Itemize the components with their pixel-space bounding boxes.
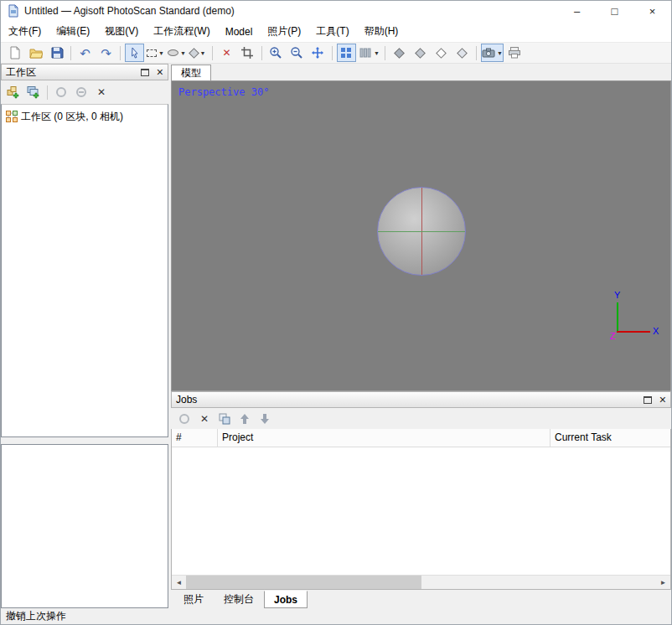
menu-tools[interactable]: 工具(T)	[308, 21, 356, 42]
jobs-table-header: # Project Current Task	[172, 429, 670, 447]
scroll-right-icon[interactable]: ►	[656, 576, 670, 589]
enable-circle-icon	[56, 87, 66, 97]
workspace-panel-header: 工作区 ×	[1, 64, 168, 80]
move-job-up-button[interactable]	[235, 410, 255, 428]
add-chunk-button[interactable]	[3, 83, 23, 101]
arrow-down-icon	[258, 412, 271, 426]
crop-button[interactable]	[238, 44, 257, 62]
add-photos-icon	[27, 85, 40, 99]
disable-item-button[interactable]	[71, 83, 91, 101]
right-column: 模型 Perspective 30° Y X Z Jobs	[171, 64, 671, 608]
undo-button[interactable]: ↶	[75, 44, 95, 62]
menu-help[interactable]: 帮助(H)	[357, 21, 406, 42]
pan-view-button[interactable]	[308, 44, 328, 62]
wireframe-view-button[interactable]	[432, 44, 451, 62]
pause-job-button[interactable]	[174, 410, 194, 428]
float-panel-icon[interactable]	[644, 396, 652, 404]
delete-job-button[interactable]: ✕	[194, 410, 215, 428]
column-header-project[interactable]: Project	[218, 429, 551, 447]
scroll-left-icon[interactable]: ◄	[172, 576, 186, 589]
app-window: Untitled — Agisoft PhotoScan Standard (d…	[0, 0, 672, 625]
column-header-current-task[interactable]: Current Task	[551, 429, 670, 447]
workspace-root-item[interactable]: 工作区 (0 区块, 0 相机)	[3, 108, 166, 125]
remove-icon: ✕	[97, 87, 106, 97]
float-panel-icon[interactable]	[141, 69, 149, 76]
textured-view-button[interactable]	[452, 44, 472, 62]
toolbar-separator	[120, 46, 121, 60]
detail-view-icon	[359, 46, 372, 59]
model-viewport[interactable]: Perspective 30° Y X Z	[171, 80, 671, 391]
zoom-out-button[interactable]	[287, 44, 307, 62]
solid-view-icon	[415, 48, 426, 59]
redo-button[interactable]: ↷	[96, 44, 116, 62]
toolbar-separator	[47, 85, 48, 100]
show-cameras-button[interactable]: ▼	[481, 44, 504, 62]
solid-view-button[interactable]	[411, 44, 430, 62]
trackball-sphere	[377, 187, 466, 276]
photoscan-logo-icon	[7, 4, 20, 18]
horizontal-scrollbar[interactable]: ◄ ►	[172, 575, 670, 589]
print-button[interactable]	[505, 44, 525, 62]
enable-item-button[interactable]	[51, 83, 71, 101]
bottom-tab-bar: 照片 控制台 Jobs	[171, 590, 671, 608]
close-button[interactable]: ×	[633, 1, 671, 21]
axis-label-x: X	[653, 326, 659, 336]
menu-photos[interactable]: 照片(P)	[260, 21, 308, 42]
dropdown-caret-icon: ▼	[497, 50, 503, 56]
dropdown-caret-icon: ▼	[158, 50, 164, 56]
close-panel-icon[interactable]: ×	[659, 395, 666, 404]
menu-edit[interactable]: 编辑(E)	[49, 21, 97, 42]
photos-pane	[1, 444, 168, 608]
detail-view-button[interactable]: ▼	[358, 44, 380, 62]
open-button[interactable]	[26, 44, 45, 62]
jobs-panel-header: Jobs ×	[171, 391, 671, 408]
scrollbar-thumb[interactable]	[186, 576, 421, 589]
add-chunk-icon	[7, 85, 20, 99]
add-photos-button[interactable]	[23, 83, 44, 101]
save-button[interactable]	[47, 44, 66, 62]
maximize-button[interactable]: □	[596, 1, 633, 21]
navigation-tool-button[interactable]: ▼	[189, 44, 208, 62]
shaded-view-button[interactable]	[390, 44, 409, 62]
main-area: 工作区 × ✕	[1, 64, 671, 608]
zoom-out-icon	[290, 46, 303, 59]
new-document-button[interactable]	[5, 44, 24, 62]
dropdown-caret-icon: ▼	[199, 50, 205, 56]
tab-console[interactable]: 控制台	[214, 591, 264, 608]
tab-photos[interactable]: 照片	[173, 591, 214, 608]
status-text: 撤销上次操作	[6, 609, 66, 623]
delete-icon: ✕	[222, 48, 230, 58]
menu-workflow[interactable]: 工作流程(W)	[146, 21, 217, 42]
save-icon	[50, 46, 64, 59]
grid-view-button[interactable]	[337, 44, 356, 62]
open-folder-icon	[29, 46, 43, 59]
delete-button[interactable]: ✕	[217, 44, 236, 62]
move-job-down-button[interactable]	[255, 410, 275, 428]
rectangle-selection-button[interactable]: ▼	[146, 44, 165, 62]
jobs-table-body	[172, 447, 670, 575]
toolbar-separator	[332, 46, 333, 60]
window-title: Untitled — Agisoft PhotoScan Standard (d…	[24, 5, 235, 17]
column-header-number[interactable]: #	[172, 429, 218, 447]
pan-arrows-icon	[311, 46, 324, 59]
axis-gizmo: Y X Z	[608, 292, 660, 343]
menu-view[interactable]: 视图(V)	[97, 21, 146, 42]
remove-item-button[interactable]: ✕	[91, 83, 111, 101]
menu-model[interactable]: Model	[218, 21, 261, 42]
close-panel-icon[interactable]: ×	[157, 68, 163, 76]
workspace-toolbar: ✕	[1, 80, 168, 104]
select-tool-button[interactable]	[125, 44, 144, 62]
trackball-horizontal-line	[378, 231, 465, 232]
minimize-button[interactable]: –	[558, 1, 596, 21]
zoom-in-button[interactable]	[266, 44, 286, 62]
ellipse-selection-icon	[168, 49, 178, 56]
tab-model[interactable]: 模型	[171, 65, 211, 80]
scrollbar-track[interactable]	[186, 576, 656, 589]
pause-circle-icon	[179, 414, 189, 424]
workspace-tree: 工作区 (0 区块, 0 相机)	[1, 104, 168, 437]
left-column: 工作区 × ✕	[1, 64, 168, 608]
menu-file[interactable]: 文件(F)	[1, 21, 49, 42]
duplicate-job-button[interactable]	[215, 410, 235, 428]
tab-jobs[interactable]: Jobs	[264, 591, 308, 608]
ellipse-selection-button[interactable]: ▼	[167, 44, 187, 62]
